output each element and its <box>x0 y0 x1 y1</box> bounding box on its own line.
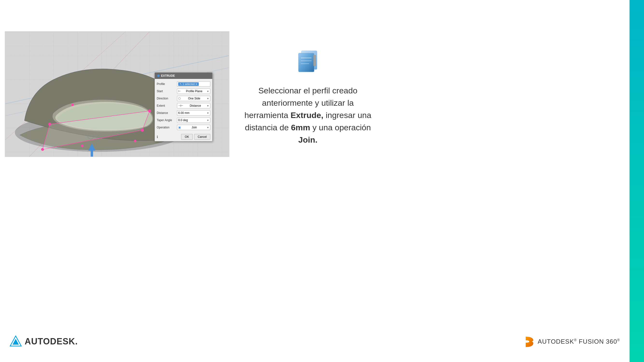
dialog-title: EXTRUDE <box>161 74 175 77</box>
distance-row: Distance 6.00 mm ▼ <box>155 109 212 117</box>
profile-value[interactable]: ↖ 1 selected ✕ <box>177 81 210 87</box>
distance-text: 6.00 mm <box>178 111 190 115</box>
extrude-dialog: EXTRUDE Profile ↖ 1 selected ✕ Start ⊢ P… <box>154 72 212 141</box>
join-icon: ▣ <box>178 126 181 129</box>
autodesk-logo-mark <box>10 336 22 348</box>
ok-button[interactable]: OK <box>181 134 192 140</box>
teal-sidebar <box>630 0 644 362</box>
instruction-icon-area <box>242 48 374 75</box>
start-text: Profile Plane <box>186 89 202 93</box>
taper-value[interactable]: 0.0 deg ▼ <box>177 117 210 123</box>
taper-arrow-icon: ▼ <box>207 119 209 122</box>
svg-point-14 <box>81 145 84 147</box>
instruction-bold3: Join. <box>298 135 317 144</box>
start-value[interactable]: ⊢ Profile Plane ▼ <box>177 89 210 94</box>
fusion360-logo: AUTODESK® FUSION 360® <box>523 336 620 348</box>
svg-point-8 <box>41 148 44 151</box>
dialog-dot <box>157 74 160 77</box>
dialog-header: EXTRUDE <box>155 73 212 79</box>
fusion-brand-text: AUTODESK® FUSION 360® <box>538 338 620 345</box>
extent-arrow-icon: ▼ <box>207 104 209 107</box>
fusion-f-logo-mark <box>523 336 535 348</box>
direction-icon: ⬡ <box>178 97 180 100</box>
taper-label: Taper Angle <box>157 118 176 122</box>
dialog-body: Profile ↖ 1 selected ✕ Start ⊢ Profile P… <box>155 79 212 132</box>
operation-arrow-icon: ▼ <box>207 126 209 129</box>
extent-text: Distance <box>190 104 201 107</box>
extent-icon: ⊣⊢ <box>178 104 183 107</box>
clear-selection-btn[interactable]: ✕ <box>195 83 197 85</box>
start-arrow-icon: ▼ <box>207 90 209 93</box>
svg-point-12 <box>72 104 74 106</box>
autodesk-part: AUTODESK® FUSION 360® <box>538 338 620 345</box>
svg-point-11 <box>48 123 51 126</box>
svg-point-9 <box>141 129 144 131</box>
autodesk-logo-text: AUTODESK. <box>25 337 78 347</box>
taper-text: 0.0 deg <box>178 118 188 122</box>
autodesk-logo: AUTODESK. <box>10 336 78 348</box>
direction-text: One Side <box>188 97 200 100</box>
direction-arrow-icon: ▼ <box>207 97 209 100</box>
start-label: Start <box>157 89 176 93</box>
info-icon[interactable]: ℹ <box>157 135 158 139</box>
svg-rect-30 <box>314 55 316 66</box>
direction-row: Direction ⬡ One Side ▼ <box>155 95 212 102</box>
selected-count: 1 selected <box>182 82 194 85</box>
fusion-tool-icon <box>294 48 321 75</box>
distance-label: Distance <box>157 111 176 115</box>
svg-point-13 <box>134 140 136 142</box>
start-icon: ⊢ <box>178 89 180 93</box>
operation-row: Operation ▣ Join ▼ <box>155 124 212 131</box>
extent-label: Extent <box>157 104 176 107</box>
profile-selected-tag: ↖ 1 selected ✕ <box>178 82 199 86</box>
direction-label: Direction <box>157 97 176 100</box>
profile-label: Profile <box>157 82 176 86</box>
operation-label: Operation <box>157 126 176 129</box>
svg-rect-26 <box>298 53 314 72</box>
start-row: Start ⊢ Profile Plane ▼ <box>155 88 212 95</box>
instruction-text: Seleccionar el perfil creado anteriormen… <box>242 84 374 146</box>
instruction-bold1: Extrude, <box>290 110 323 120</box>
cancel-button[interactable]: Cancel <box>194 134 210 140</box>
distance-value[interactable]: 6.00 mm ▼ <box>177 110 210 116</box>
operation-value[interactable]: ▣ Join ▼ <box>177 125 210 130</box>
cursor-icon: ↖ <box>180 82 182 86</box>
instruction-area: Seleccionar el perfil creado anteriormen… <box>242 48 374 146</box>
operation-text: Join <box>192 126 197 129</box>
extent-row: Extent ⊣⊢ Distance ▼ <box>155 102 212 109</box>
profile-row: Profile ↖ 1 selected ✕ <box>155 80 212 88</box>
dialog-footer: ℹ OK Cancel <box>155 132 212 141</box>
instruction-bold2: 6mm <box>291 123 310 132</box>
svg-point-10 <box>148 110 151 112</box>
distance-arrow-icon: ▼ <box>207 112 209 114</box>
direction-value[interactable]: ⬡ One Side ▼ <box>177 96 210 101</box>
extent-value[interactable]: ⊣⊢ Distance ▼ <box>177 103 210 108</box>
instruction-text-part3: y una operación <box>310 123 371 132</box>
taper-row: Taper Angle 0.0 deg ▼ <box>155 117 212 124</box>
